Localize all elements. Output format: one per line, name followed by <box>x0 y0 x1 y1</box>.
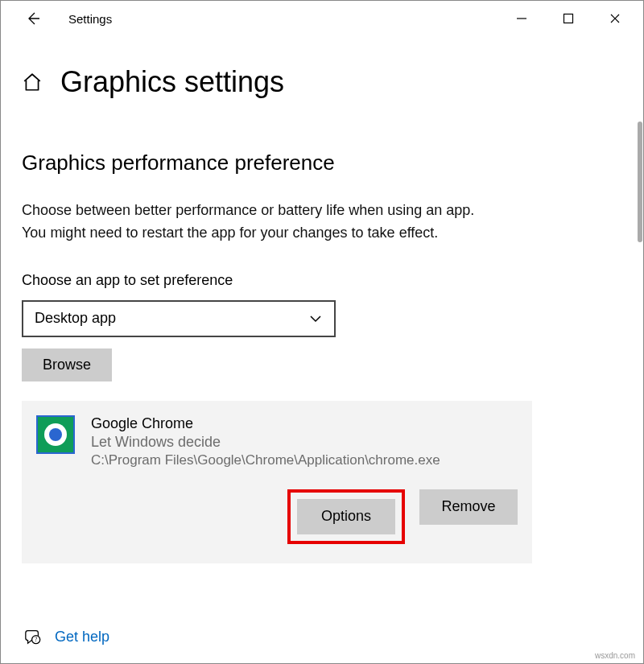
app-card: Google Chrome Let Windows decide C:\Prog… <box>22 401 532 563</box>
help-icon: ? <box>24 628 42 645</box>
window-title: Settings <box>68 12 112 26</box>
app-buttons: Options Remove <box>36 489 518 544</box>
app-name: Google Chrome <box>91 415 440 432</box>
close-icon <box>609 13 621 24</box>
app-type-select[interactable]: Desktop app <box>22 300 336 337</box>
close-button[interactable] <box>592 4 638 33</box>
choose-app-label: Choose an app to set preference <box>22 272 622 289</box>
app-preference: Let Windows decide <box>91 434 440 451</box>
chrome-icon <box>36 415 75 454</box>
highlight-frame: Options <box>287 489 405 544</box>
maximize-icon <box>563 13 574 24</box>
svg-rect-0 <box>564 14 573 23</box>
section-heading: Graphics performance preference <box>22 151 622 175</box>
scrollbar[interactable] <box>638 122 642 242</box>
window-controls <box>498 4 638 33</box>
options-button[interactable]: Options <box>297 499 395 534</box>
titlebar: Settings <box>1 1 643 36</box>
svg-text:?: ? <box>35 636 37 643</box>
maximize-button[interactable] <box>545 4 592 33</box>
page-title: Graphics settings <box>60 65 284 99</box>
help-link-row: ? Get help <box>24 628 109 645</box>
app-path: C:\Program Files\Google\Chrome\Applicati… <box>91 452 440 468</box>
section-description: Choose between better performance or bat… <box>22 200 622 245</box>
get-help-link[interactable]: Get help <box>55 629 109 645</box>
browse-button[interactable]: Browse <box>22 348 112 381</box>
select-value: Desktop app <box>35 310 116 327</box>
back-button[interactable] <box>15 1 51 36</box>
minimize-button[interactable] <box>498 4 545 33</box>
home-icon[interactable] <box>22 72 43 93</box>
app-info: Google Chrome Let Windows decide C:\Prog… <box>91 415 440 468</box>
minimize-icon <box>516 13 527 24</box>
watermark: wsxdn.com <box>595 651 635 660</box>
remove-button[interactable]: Remove <box>419 489 518 525</box>
content-area: Graphics settings Graphics performance p… <box>1 36 643 563</box>
arrow-left-icon <box>25 10 41 27</box>
page-header: Graphics settings <box>22 65 622 99</box>
app-row: Google Chrome Let Windows decide C:\Prog… <box>36 415 518 468</box>
chevron-down-icon <box>308 311 323 326</box>
